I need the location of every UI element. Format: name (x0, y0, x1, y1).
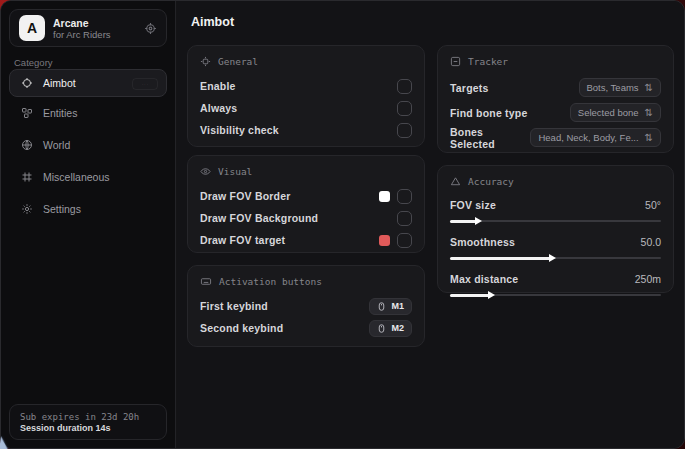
fov-border-color-swatch[interactable] (379, 191, 390, 202)
slider-row-smoothness: Smoothness 50.0 (450, 232, 661, 263)
fov-background-checkbox[interactable] (397, 211, 412, 226)
crosshair-icon (20, 77, 34, 89)
smoothness-slider[interactable] (450, 253, 661, 263)
slider-row-fov-size: FOV size 50° (450, 195, 661, 226)
setting-row-fov-background: Draw FOV Background (200, 207, 412, 229)
tracker-icon (450, 56, 461, 67)
fov-target-checkbox[interactable] (397, 233, 412, 248)
slider-thumb[interactable] (475, 217, 482, 225)
setting-row-fov-target: Draw FOV target (200, 229, 412, 251)
setting-row-second-keybind: Second keybind M2 (200, 317, 412, 339)
max-distance-slider[interactable] (450, 290, 661, 300)
accuracy-card: Accuracy FOV size 50° Smoothness 50.0 (437, 165, 674, 293)
slider-thumb[interactable] (488, 291, 495, 299)
brand-header: A Arcane for Arc Riders (9, 9, 167, 47)
setting-row-enable: Enable (200, 75, 412, 97)
accuracy-icon (450, 176, 461, 187)
grid-icon (20, 171, 34, 183)
general-card: General Enable Always Visibility check (187, 45, 425, 147)
second-keybind-button[interactable]: M2 (369, 320, 412, 337)
visibility-check-checkbox[interactable] (397, 123, 412, 138)
session-duration-text: Session duration 14s (20, 423, 156, 433)
sidebar-item-label: Entities (43, 107, 77, 119)
setting-row-fov-border: Draw FOV Border (200, 185, 412, 207)
sidebar-item-miscellaneous[interactable]: Miscellaneous (9, 163, 167, 191)
setting-row-always: Always (200, 97, 412, 119)
sidebar-item-label: Settings (43, 203, 81, 215)
sidebar-nav: Aimbot ··· Entities World (9, 69, 167, 227)
sidebar-item-aimbot[interactable]: Aimbot ··· (9, 69, 167, 97)
always-checkbox[interactable] (397, 101, 412, 116)
brand-subtitle: for Arc Riders (53, 29, 111, 40)
find-bone-type-dropdown[interactable]: Selected bone ⇅ (570, 103, 661, 122)
visual-card: Visual Draw FOV Border Draw FOV Backgrou… (187, 155, 425, 253)
eye-icon (200, 166, 211, 177)
settings-gear-icon (20, 203, 34, 215)
mouse-icon (377, 301, 386, 312)
app-logo: A (19, 15, 45, 41)
card-title: Tracker (468, 56, 508, 67)
card-title: Accuracy (468, 176, 514, 187)
max-distance-value: 250m (635, 273, 661, 285)
tracker-card: Tracker Targets Bots, Teams ⇅ Find bone … (437, 45, 674, 153)
mouse-cursor (0, 436, 11, 449)
card-title: Activation buttons (219, 276, 322, 287)
setting-row-first-keybind: First keybind M1 (200, 295, 412, 317)
card-title: Visual (218, 166, 252, 177)
setting-row-find-bone-type: Find bone type Selected bone ⇅ (450, 100, 661, 125)
card-title: General (218, 56, 258, 67)
category-label: Category (14, 57, 53, 68)
sidebar-item-entities[interactable]: Entities (9, 99, 167, 127)
globe-icon (20, 139, 34, 151)
sidebar-item-label: World (43, 139, 70, 151)
targets-dropdown[interactable]: Bots, Teams ⇅ (579, 78, 662, 97)
fov-size-slider[interactable] (450, 216, 661, 226)
sidebar-item-badge: ··· (132, 78, 158, 90)
setting-row-visibility-check: Visibility check (200, 119, 412, 141)
setting-row-bones-selected: Bones Selected Head, Neck, Body, Fe... ⇅ (450, 125, 661, 150)
smoothness-value: 50.0 (641, 236, 661, 248)
keyboard-icon (200, 276, 212, 287)
general-icon (200, 56, 211, 67)
slider-thumb[interactable] (549, 254, 556, 262)
sidebar-item-settings[interactable]: Settings (9, 195, 167, 223)
updown-arrows-icon: ⇅ (645, 107, 653, 118)
updown-arrows-icon: ⇅ (645, 132, 653, 143)
bones-selected-dropdown[interactable]: Head, Neck, Body, Fe... ⇅ (530, 128, 661, 147)
slider-row-max-distance: Max distance 250m (450, 269, 661, 300)
gear-icon[interactable] (144, 22, 157, 35)
mouse-icon (377, 323, 386, 334)
sidebar-item-world[interactable]: World (9, 131, 167, 159)
sidebar-item-label: Miscellaneous (43, 171, 110, 183)
setting-row-targets: Targets Bots, Teams ⇅ (450, 75, 661, 100)
page-title: Aimbot (191, 15, 234, 29)
subscription-box: Sub expires in 23d 20h Session duration … (9, 404, 167, 440)
enable-checkbox[interactable] (397, 79, 412, 94)
fov-border-checkbox[interactable] (397, 189, 412, 204)
activation-card: Activation buttons First keybind M1 Seco… (187, 265, 425, 347)
main-panel: Aimbot General Enable Always Visibili (177, 1, 684, 448)
brand-title: Arcane (53, 17, 111, 29)
sidebar-item-label: Aimbot (43, 77, 76, 89)
first-keybind-button[interactable]: M1 (369, 298, 412, 315)
entities-icon (20, 107, 34, 119)
app-window: A Arcane for Arc Riders Category (0, 0, 685, 449)
sub-expiry-text: Sub expires in 23d 20h (20, 412, 156, 422)
fov-size-value: 50° (645, 199, 661, 211)
updown-arrows-icon: ⇅ (645, 82, 653, 93)
fov-target-color-swatch[interactable] (379, 235, 390, 246)
sidebar: A Arcane for Arc Riders Category (1, 1, 176, 448)
